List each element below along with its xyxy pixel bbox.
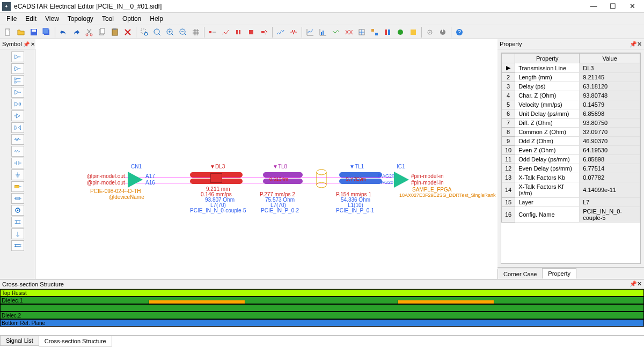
symbol-capacitor-icon[interactable] <box>11 158 24 168</box>
cn1-driver-icon[interactable] <box>127 171 145 189</box>
property-row[interactable]: 4Char. Z (Ohm)93.80748 <box>502 91 640 100</box>
grid-icon[interactable] <box>190 26 202 38</box>
help-icon[interactable]: ? <box>453 26 465 38</box>
chart-2-icon[interactable] <box>317 26 329 38</box>
property-row[interactable]: 16Config. NamePCIE_IN_N_0-couple-5 <box>502 207 640 223</box>
chart-xx-icon[interactable]: XX <box>343 26 355 38</box>
paste-icon[interactable] <box>109 26 121 38</box>
property-row[interactable]: 7Diff. Z (Ohm)93.80750 <box>502 119 640 128</box>
tool-4-icon[interactable] <box>245 26 257 38</box>
property-grid[interactable]: Property Value ▶Transmission LineDL32Len… <box>501 53 641 264</box>
close-prop-icon[interactable]: ✕ <box>637 41 642 48</box>
symbol-diff-icon[interactable] <box>11 75 24 86</box>
pin-prop-icon[interactable]: 📌 <box>630 41 637 48</box>
pin-icon[interactable]: 📌 <box>23 40 30 48</box>
svg-rect-40 <box>15 245 20 247</box>
close-cs-icon[interactable]: ✕ <box>637 280 642 287</box>
property-row[interactable]: 14X-Talk Factors Kf (s/m)4.14099e-11 <box>502 182 640 198</box>
maximize-button[interactable]: ☐ <box>603 0 623 13</box>
property-row[interactable]: ▶Transmission LineDL3 <box>502 63 640 73</box>
ic1-receiver-icon[interactable] <box>393 171 411 189</box>
minimize-button[interactable]: — <box>584 0 603 13</box>
chart-7-icon[interactable] <box>382 26 393 38</box>
property-row[interactable]: 15LayerL7 <box>502 198 640 207</box>
menu-file[interactable]: File <box>2 14 21 24</box>
close-panel-icon[interactable]: ✕ <box>31 40 35 48</box>
tab-property[interactable]: Property <box>542 268 576 279</box>
symbol-driver3-icon[interactable] <box>11 99 24 109</box>
tab-corner-case[interactable]: Corner Case <box>497 269 543 279</box>
pin-in-2: #pin-model-in <box>411 180 444 186</box>
symbol-driver-icon[interactable] <box>11 51 24 62</box>
zoom-out-icon[interactable] <box>177 26 189 38</box>
symbol-bidir-icon[interactable] <box>11 122 24 133</box>
svg-rect-36 <box>14 185 19 188</box>
tab-cross-section[interactable]: Cross-section Structure <box>39 336 112 346</box>
chart-9-icon[interactable] <box>407 26 419 38</box>
menu-edit[interactable]: Edit <box>21 14 41 24</box>
analysis-2-icon[interactable] <box>288 26 299 38</box>
property-row[interactable]: 6Unit Delay (ps/mm)6.85898 <box>502 109 640 119</box>
settings-1-icon[interactable] <box>424 26 436 38</box>
symbol-tline-icon[interactable] <box>11 193 24 204</box>
symbol-receiver-icon[interactable] <box>11 110 24 121</box>
schematic-canvas[interactable]: CN1 @pin-model.out @pin-model.out A17 A1… <box>35 39 497 279</box>
chart-6-icon[interactable] <box>369 26 380 38</box>
symbol-probe-icon[interactable] <box>11 228 24 239</box>
property-row[interactable]: 10Even Z (Ohm)64.19530 <box>502 146 640 155</box>
bottom-tabs: Signal List Cross-section Structure <box>0 335 644 347</box>
symbol-resistor-icon[interactable] <box>11 134 24 145</box>
cut-icon[interactable] <box>83 26 95 38</box>
menu-help[interactable]: Help <box>145 14 167 24</box>
undo-icon[interactable] <box>57 26 69 38</box>
menu-topology[interactable]: Topology <box>63 14 98 24</box>
symbol-tline2-icon[interactable] <box>11 240 24 251</box>
menu-option[interactable]: Option <box>118 14 145 24</box>
settings-2-icon[interactable] <box>437 26 449 38</box>
new-icon[interactable] <box>2 26 14 38</box>
save-icon[interactable] <box>28 26 40 38</box>
zoom-in-icon[interactable] <box>164 26 176 38</box>
chart-3-icon[interactable] <box>330 26 342 38</box>
tool-2-icon[interactable] <box>219 26 231 38</box>
zoom-area-icon[interactable] <box>138 26 150 38</box>
dl3-box[interactable] <box>210 173 222 183</box>
symbol-driver2-icon[interactable] <box>11 87 24 98</box>
close-button[interactable]: ✕ <box>623 0 642 13</box>
property-row[interactable]: 13X-Talk Factors Kb0.07782 <box>502 173 640 182</box>
main-area: Symbol 📌 ✕ <box>0 39 644 279</box>
property-row[interactable]: 12Even Delay (ps/mm)6.77514 <box>502 164 640 173</box>
symbol-net-icon[interactable] <box>11 217 24 227</box>
open-icon[interactable] <box>15 26 27 38</box>
property-row[interactable]: 2Length (mm)9.21145 <box>502 73 640 82</box>
chart-5-icon[interactable] <box>356 26 368 38</box>
tool-3-icon[interactable] <box>232 26 244 38</box>
analysis-1-icon[interactable] <box>275 26 287 38</box>
tool-1-icon[interactable] <box>207 26 218 38</box>
symbol-connector-icon[interactable] <box>11 181 24 192</box>
symbol-ground-icon[interactable] <box>11 169 24 180</box>
cross-section-body[interactable]: Top Resist Dielec.1 Dielec.2 Bottom Ref.… <box>0 289 644 335</box>
tab-signal-list[interactable]: Signal List <box>0 336 39 346</box>
pin-cs-icon[interactable]: 📌 <box>630 280 637 287</box>
symbol-buffer-icon[interactable] <box>11 63 24 74</box>
redo-icon[interactable] <box>70 26 82 38</box>
zoom-fit-icon[interactable] <box>151 26 163 38</box>
via-icon[interactable] <box>316 168 327 189</box>
delete-icon[interactable] <box>122 26 134 38</box>
menu-tool[interactable]: Tool <box>98 14 118 24</box>
svg-rect-24 <box>375 33 378 35</box>
chart-8-icon[interactable] <box>394 26 406 38</box>
symbol-via-icon[interactable] <box>11 205 24 216</box>
tool-delete-icon[interactable] <box>258 26 270 38</box>
property-row[interactable]: 11Odd Delay (ps/mm)6.85898 <box>502 155 640 164</box>
symbol-inductor-icon[interactable] <box>11 146 24 157</box>
property-row[interactable]: 9Odd Z (Ohm)46.90370 <box>502 137 640 146</box>
save-all-icon[interactable] <box>41 26 53 38</box>
property-row[interactable]: 8Common Z (Ohm)32.09770 <box>502 128 640 137</box>
property-row[interactable]: 5Velocity (mm/ps)0.14579 <box>502 100 640 109</box>
menu-view[interactable]: View <box>41 14 63 24</box>
property-row[interactable]: 3Delay (ps)63.18120 <box>502 82 640 91</box>
copy-icon[interactable] <box>96 26 108 38</box>
chart-1-icon[interactable] <box>304 26 316 38</box>
